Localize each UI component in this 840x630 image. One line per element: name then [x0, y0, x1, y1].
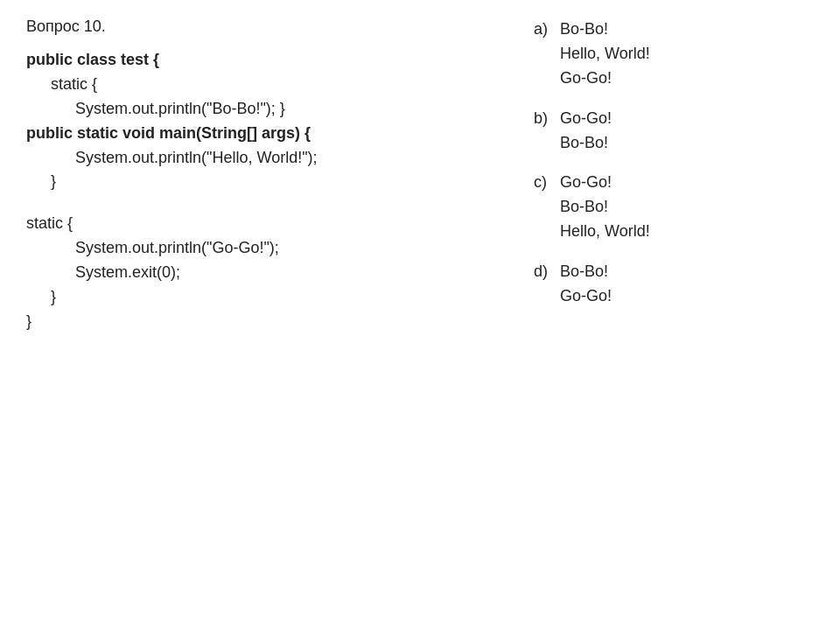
answer-b-line-1: Go-Go! [560, 109, 612, 127]
answer-label-b: b) [534, 107, 560, 156]
code-line-4: public static void main(String[] args) { [26, 122, 499, 146]
code-line-5: System.out.println("Hello, World!"); [26, 146, 499, 171]
code-block: public class test { static { System.out.… [26, 48, 499, 334]
answer-label-d: d) [534, 260, 560, 309]
right-column: a) Bo-Bo! Hello, World! Go-Go! b) Go-Go!… [516, 18, 814, 612]
answer-b-line-2: Bo-Bo! [560, 134, 608, 151]
answer-c-line-2: Bo-Bo! [560, 198, 608, 215]
answer-d-line-2: Go-Go! [560, 287, 612, 304]
question-title: Вопрос 10. [26, 18, 499, 36]
answer-label-a: a) [534, 18, 560, 91]
answer-item-c: c) Go-Go! Bo-Bo! Hello, World! [534, 171, 814, 244]
answer-c-line-1: Go-Go! [560, 173, 612, 191]
code-line-10: } [26, 285, 499, 310]
code-line-9: System.exit(0); [26, 261, 499, 285]
answer-item-b: b) Go-Go! Bo-Bo! [534, 107, 814, 156]
answer-a-line-2: Hello, World! [560, 45, 650, 62]
code-line-1: public class test { [26, 48, 499, 73]
answer-content-a: Bo-Bo! Hello, World! Go-Go! [560, 18, 814, 91]
code-line-2: static { [26, 73, 499, 97]
answer-item-d: d) Bo-Bo! Go-Go! [534, 260, 814, 309]
code-line-8: System.out.println("Go-Go!"); [26, 236, 499, 261]
answer-content-d: Bo-Bo! Go-Go! [560, 260, 814, 309]
answer-c-line-3: Hello, World! [560, 222, 650, 240]
answer-a-line-1: Bo-Bo! [560, 20, 608, 38]
code-spacer [26, 194, 499, 212]
answer-label-c: c) [534, 171, 560, 244]
answer-item-a: a) Bo-Bo! Hello, World! Go-Go! [534, 18, 814, 91]
code-line-11: } [26, 310, 499, 334]
code-line-7: static { [26, 212, 499, 236]
answer-a-line-3: Go-Go! [560, 69, 612, 87]
page-container: Вопрос 10. public class test { static { … [0, 0, 840, 630]
code-line-6: } [26, 170, 499, 194]
answer-d-line-1: Bo-Bo! [560, 262, 608, 280]
answers-list: a) Bo-Bo! Hello, World! Go-Go! b) Go-Go!… [534, 18, 814, 309]
answer-content-c: Go-Go! Bo-Bo! Hello, World! [560, 171, 814, 244]
answer-content-b: Go-Go! Bo-Bo! [560, 107, 814, 156]
code-line-3: System.out.println("Bo-Bo!"); } [26, 97, 499, 122]
left-column: Вопрос 10. public class test { static { … [26, 18, 516, 612]
